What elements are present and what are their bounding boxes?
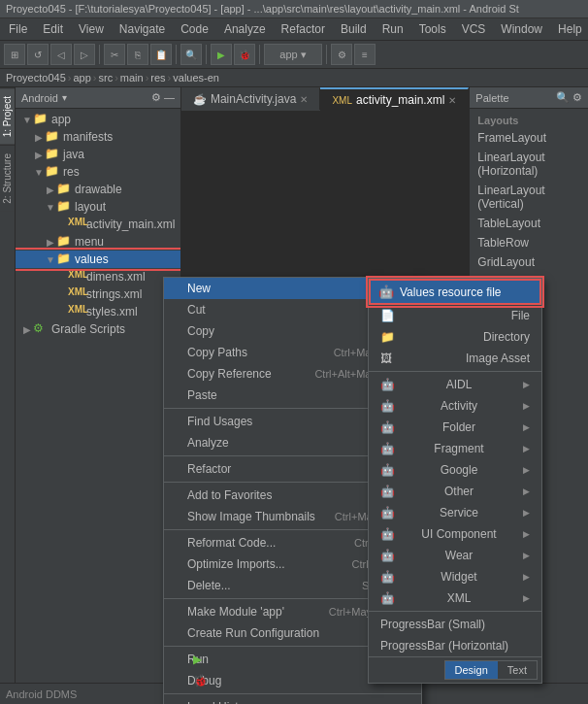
submenu-other[interactable]: 🤖 Other: [369, 481, 541, 502]
ctx-local-history[interactable]: Local History: [164, 696, 421, 704]
tab-design[interactable]: Design: [445, 661, 498, 679]
menu-code[interactable]: Code: [176, 20, 213, 38]
xml-icon: XML: [68, 269, 83, 285]
tree-item-drawable[interactable]: ▶ 📁 drawable: [16, 181, 180, 198]
panel-settings-icon[interactable]: ⚙: [151, 91, 161, 104]
tree-item-values[interactable]: ▼ 📁 values: [16, 251, 180, 268]
submenu-directory[interactable]: 📁 Directory: [369, 326, 541, 348]
android-icon: 🤖: [380, 527, 395, 541]
palette-search-icon[interactable]: 🔍: [556, 91, 570, 104]
tab-activity-main-xml[interactable]: XML activity_main.xml ✕: [320, 87, 469, 111]
toolbar-btn-paste[interactable]: 📋: [150, 44, 172, 65]
palette-item-gridlayout[interactable]: GridLayout: [470, 252, 588, 272]
menu-run[interactable]: Run: [377, 20, 408, 38]
close-icon[interactable]: ✕: [448, 95, 456, 106]
menu-help[interactable]: Help: [553, 20, 587, 38]
panel-dropdown-icon[interactable]: ▾: [62, 92, 67, 103]
submenu-file[interactable]: 📄 File: [369, 305, 541, 326]
submenu-ui-component[interactable]: 🤖 UI Component: [369, 523, 541, 545]
tab-text[interactable]: Text: [498, 661, 537, 679]
menu-build[interactable]: Build: [336, 20, 372, 38]
tree-item-res[interactable]: ▼ 📁 res: [16, 163, 180, 181]
menu-navigate[interactable]: Navigate: [114, 20, 170, 38]
submenu-progressbar-horizontal[interactable]: ProgressBar (Horizontal): [369, 635, 541, 656]
ctx-new[interactable]: New 🤖 Values resource file 📄 File 📁 Dire…: [164, 278, 421, 299]
project-panel: Android ▾ ⚙ — ▼ 📁 app ▶ 📁 manifests: [16, 87, 181, 702]
submenu-widget[interactable]: 🤖 Widget: [369, 566, 541, 587]
menu-refactor[interactable]: Refactor: [277, 20, 330, 38]
submenu-aidl[interactable]: 🤖 AIDL: [369, 374, 541, 395]
breadcrumb-item[interactable]: values-en: [173, 72, 219, 84]
tree-item-activity-main[interactable]: XML activity_main.xml: [16, 216, 180, 233]
tree-area: ▼ 📁 app ▶ 📁 manifests ▶ 📁 java ▼: [16, 109, 180, 702]
toolbar-btn-2[interactable]: ↺: [27, 44, 49, 65]
tree-item-styles[interactable]: XML styles.xml: [16, 303, 180, 320]
menu-analyze[interactable]: Analyze: [219, 20, 271, 38]
menu-file[interactable]: File: [4, 20, 32, 38]
tree-item-java[interactable]: ▶ 📁 java: [16, 146, 180, 163]
menu-view[interactable]: View: [74, 20, 109, 38]
breadcrumb-item[interactable]: src: [98, 72, 113, 84]
folder-icon: 📁: [56, 199, 72, 215]
editor-tabs: ☕ MainActivity.java ✕ XML activity_main.…: [181, 87, 469, 112]
breadcrumb-item[interactable]: app: [73, 72, 90, 84]
toolbar-btn-search[interactable]: 🔍: [180, 44, 202, 65]
tab-mainactivity[interactable]: ☕ MainActivity.java ✕: [181, 88, 320, 110]
toolbar-btn-debug[interactable]: 🐞: [234, 44, 255, 65]
toolbar-btn-4[interactable]: ▷: [74, 44, 95, 65]
side-tab-project[interactable]: 1: Project: [0, 87, 15, 145]
toolbar-btn-cut[interactable]: ✂: [104, 44, 125, 65]
submenu-image-asset[interactable]: 🖼 Image Asset: [369, 348, 541, 369]
palette-item-linearlayout-v[interactable]: LinearLayout (Vertical): [470, 181, 588, 214]
palette-header: Palette 🔍 ⚙: [470, 87, 588, 109]
tree-item-layout[interactable]: ▼ 📁 layout: [16, 198, 180, 216]
tree-item-dimens[interactable]: XML dimens.xml: [16, 268, 180, 285]
toolbar-btn-copy[interactable]: ⎘: [127, 44, 148, 65]
palette-item-linearlayout-h[interactable]: LinearLayout (Horizontal): [470, 148, 588, 181]
panel-title: Android: [21, 92, 58, 104]
submenu-activity[interactable]: 🤖 Activity: [369, 395, 541, 417]
palette-item-framelayout[interactable]: FrameLayout: [470, 128, 588, 148]
tree-item-app[interactable]: ▼ 📁 app: [16, 111, 180, 128]
toolbar-btn-run[interactable]: ▶: [211, 44, 232, 65]
tree-item-gradle[interactable]: ▶ ⚙ Gradle Scripts: [16, 320, 180, 338]
breadcrumb-item[interactable]: Proyecto045: [6, 72, 66, 84]
folder-icon: 📁: [56, 234, 72, 250]
submenu-values-resource-file[interactable]: 🤖 Values resource file: [369, 279, 541, 305]
palette-content: Layouts FrameLayout LinearLayout (Horizo…: [470, 109, 588, 272]
menu-window[interactable]: Window: [496, 20, 547, 38]
tree-item-menu[interactable]: ▶ 📁 menu: [16, 233, 180, 251]
tree-item-manifests[interactable]: ▶ 📁 manifests: [16, 128, 180, 146]
context-menu: New 🤖 Values resource file 📄 File 📁 Dire…: [163, 277, 422, 704]
folder-icon: 📁: [33, 112, 49, 127]
close-icon[interactable]: ✕: [300, 94, 308, 105]
toolbar-btn-6[interactable]: ≡: [354, 44, 376, 65]
palette-settings-icon[interactable]: ⚙: [572, 91, 582, 104]
palette-item-tablerow[interactable]: TableRow: [470, 233, 588, 252]
submenu-folder[interactable]: 🤖 Folder: [369, 417, 541, 438]
submenu-google[interactable]: 🤖 Google: [369, 459, 541, 481]
breadcrumb-item[interactable]: main: [120, 72, 144, 84]
folder-icon: 📁: [45, 129, 60, 145]
submenu-fragment[interactable]: 🤖 Fragment: [369, 438, 541, 459]
toolbar-sep-1: [99, 45, 100, 64]
menu-vcs[interactable]: VCS: [457, 20, 491, 38]
menu-edit[interactable]: Edit: [38, 20, 68, 38]
menu-tools[interactable]: Tools: [414, 20, 451, 38]
menu-bar: File Edit View Navigate Code Analyze Ref…: [0, 18, 588, 41]
android-icon: 🤖: [380, 420, 395, 434]
toolbar-app-select[interactable]: app ▾: [264, 44, 322, 65]
submenu-service[interactable]: 🤖 Service: [369, 502, 541, 523]
palette-item-tablelayout[interactable]: TableLayout: [470, 214, 588, 233]
tree-item-strings[interactable]: XML strings.xml: [16, 285, 180, 303]
submenu-xml[interactable]: 🤖 XML: [369, 587, 541, 609]
toolbar-btn-1[interactable]: ⊞: [4, 44, 25, 65]
design-text-tabs: Design Text: [444, 660, 538, 680]
toolbar-btn-3[interactable]: ◁: [50, 44, 72, 65]
submenu-progressbar-small[interactable]: ProgressBar (Small): [369, 614, 541, 635]
breadcrumb-item[interactable]: res: [150, 72, 165, 84]
toolbar-btn-5[interactable]: ⚙: [331, 44, 352, 65]
xml-icon: XML: [68, 286, 83, 302]
side-tab-structure[interactable]: 2: Structure: [0, 145, 15, 212]
submenu-wear[interactable]: 🤖 Wear: [369, 545, 541, 566]
